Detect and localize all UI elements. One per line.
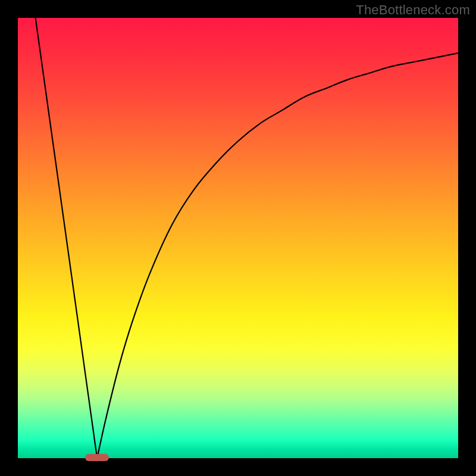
chart-frame: TheBottleneck.com <box>0 0 476 476</box>
curve-path <box>36 18 458 458</box>
watermark-text: TheBottleneck.com <box>356 2 470 18</box>
plot-area <box>18 18 458 458</box>
chart-curves <box>18 18 458 458</box>
trough-marker <box>85 454 109 461</box>
